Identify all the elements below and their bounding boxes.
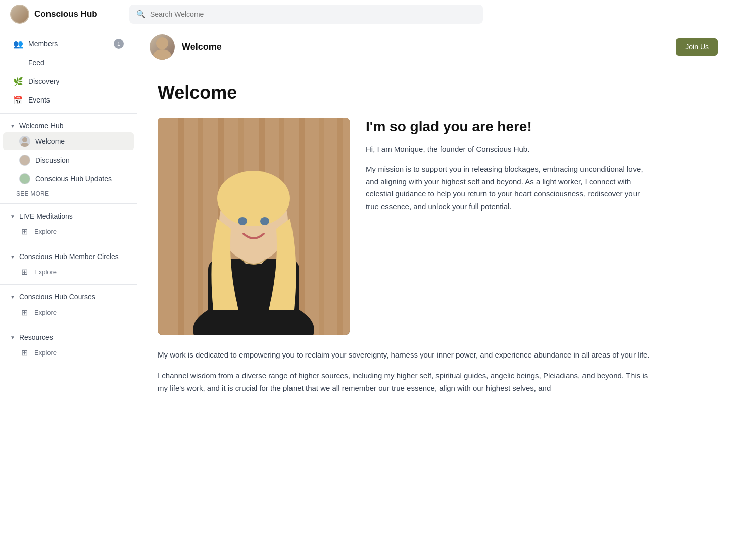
group-label-courses: Conscious Hub Courses [19, 293, 95, 301]
chevron-down-icon-5: ▼ [10, 335, 15, 340]
members-icon: 👥 [13, 39, 23, 49]
search-bar[interactable]: 🔍 [129, 5, 483, 24]
group-courses[interactable]: ▼ Conscious Hub Courses [0, 289, 137, 303]
see-more-welcome-hub[interactable]: SEE MORE [0, 188, 137, 199]
avatar-discussion [19, 155, 30, 166]
search-input[interactable] [150, 10, 476, 18]
full-text-paragraph-1: My work is dedicated to empowering you t… [158, 349, 653, 362]
grid-icon-1: ⊞ [19, 226, 29, 236]
svg-rect-14 [299, 118, 305, 335]
welcome-body: Hi, I am Monique, the founder of Conscio… [366, 143, 653, 213]
sidebar-item-feed[interactable]: 🗒 Feed [3, 54, 134, 72]
app-logo [10, 5, 29, 24]
grid-icon-4: ⊞ [19, 347, 29, 358]
full-text-paragraph-2: I channel wisdom from a diverse range of… [158, 370, 653, 395]
svg-point-3 [20, 174, 30, 184]
sidebar-divider-5 [0, 325, 137, 325]
welcome-full-text: My work is dedicated to empowering you t… [158, 349, 653, 394]
sidebar-label-conscious-hub-updates: Conscious Hub Updates [35, 175, 112, 183]
notification-badge: 1 [114, 39, 124, 49]
grid-icon-2: ⊞ [19, 267, 29, 277]
grid-icon-3: ⊞ [19, 307, 29, 317]
svg-rect-8 [178, 118, 184, 335]
welcome-section: I'm so glad you are here! Hi, I am Moniq… [158, 118, 653, 335]
sidebar-label-events: Events [28, 96, 50, 104]
sidebar-label-discussion: Discussion [35, 156, 70, 164]
svg-rect-15 [319, 118, 324, 335]
search-icon: 🔍 [136, 10, 146, 19]
chevron-down-icon-3: ▼ [10, 254, 15, 260]
sidebar-item-explore-meditations[interactable]: ⊞ Explore [3, 223, 134, 240]
svg-point-21 [217, 171, 290, 226]
sidebar-item-explore-circles[interactable]: ⊞ Explore [3, 263, 134, 280]
group-label-live-meditations: LIVE Meditations [19, 212, 73, 220]
logo-area: Conscious Hub [10, 5, 121, 24]
main-content: Welcome Join Us Welcome [137, 28, 730, 560]
sidebar: 👥 Members 1 🗒 Feed 🌿 Discovery 📅 Events … [0, 28, 137, 560]
sidebar-label-feed: Feed [28, 59, 44, 67]
sidebar-item-discussion[interactable]: Discussion [3, 151, 134, 169]
svg-point-4 [156, 37, 168, 49]
group-label-member-circles: Conscious Hub Member Circles [19, 252, 119, 261]
svg-point-5 [153, 49, 171, 60]
svg-rect-16 [337, 118, 343, 335]
sidebar-item-events[interactable]: 📅 Events [3, 91, 134, 109]
avatar-conscious-hub-updates [19, 173, 30, 184]
svg-point-23 [260, 217, 269, 225]
page-title: Welcome [158, 82, 653, 104]
svg-point-2 [20, 155, 30, 165]
sidebar-label-explore-2: Explore [34, 268, 57, 276]
page-body: Welcome [137, 66, 673, 419]
svg-point-0 [22, 137, 27, 142]
sidebar-item-conscious-hub-updates[interactable]: Conscious Hub Updates [3, 170, 134, 188]
group-member-circles[interactable]: ▼ Conscious Hub Member Circles [0, 248, 137, 263]
main-layout: 👥 Members 1 🗒 Feed 🌿 Discovery 📅 Events … [0, 28, 730, 560]
content-header-avatar [150, 34, 175, 60]
sidebar-divider-4 [0, 284, 137, 285]
sidebar-label-explore-4: Explore [34, 349, 57, 357]
chevron-down-icon-4: ▼ [10, 294, 15, 300]
welcome-photo [158, 118, 350, 335]
group-label-welcome-hub: Welcome Hub [19, 122, 64, 130]
chevron-down-icon-2: ▼ [10, 214, 15, 219]
sidebar-item-members[interactable]: 👥 Members 1 [3, 35, 134, 53]
welcome-text: I'm so glad you are here! Hi, I am Moniq… [366, 118, 653, 335]
svg-point-1 [21, 143, 29, 147]
sidebar-label-welcome: Welcome [35, 137, 65, 145]
sidebar-item-explore-courses[interactable]: ⊞ Explore [3, 303, 134, 321]
group-live-meditations[interactable]: ▼ LIVE Meditations [0, 208, 137, 222]
sidebar-label-discovery: Discovery [28, 77, 59, 85]
welcome-headline: I'm so glad you are here! [366, 118, 653, 135]
content-header: Welcome Join Us [137, 28, 730, 66]
feed-icon: 🗒 [13, 58, 23, 68]
svg-point-22 [238, 217, 247, 225]
avatar-welcome [19, 136, 30, 147]
chevron-down-icon: ▼ [10, 123, 15, 129]
sidebar-label-explore-1: Explore [34, 228, 57, 235]
svg-rect-9 [198, 118, 203, 335]
group-welcome-hub[interactable]: ▼ Welcome Hub [0, 118, 137, 132]
events-icon: 📅 [13, 95, 23, 105]
join-us-button[interactable]: Join Us [676, 38, 718, 56]
sidebar-label-members: Members [28, 40, 58, 48]
sidebar-label-explore-3: Explore [34, 309, 57, 316]
sidebar-item-welcome[interactable]: Welcome [3, 132, 134, 150]
sidebar-divider-1 [0, 113, 137, 114]
sidebar-divider-3 [0, 244, 137, 244]
group-label-resources: Resources [19, 333, 53, 341]
mission-paragraph: My mission is to support you in releasin… [366, 163, 653, 213]
sidebar-item-explore-resources[interactable]: ⊞ Explore [3, 344, 134, 361]
app-title: Conscious Hub [34, 9, 98, 19]
intro-paragraph: Hi, I am Monique, the founder of Conscio… [366, 143, 653, 156]
sidebar-item-discovery[interactable]: 🌿 Discovery [3, 72, 134, 90]
discovery-icon: 🌿 [13, 76, 23, 86]
group-resources[interactable]: ▼ Resources [0, 329, 137, 343]
top-navigation: Conscious Hub 🔍 [0, 0, 730, 28]
content-header-title: Welcome [182, 42, 669, 53]
sidebar-divider-2 [0, 203, 137, 204]
